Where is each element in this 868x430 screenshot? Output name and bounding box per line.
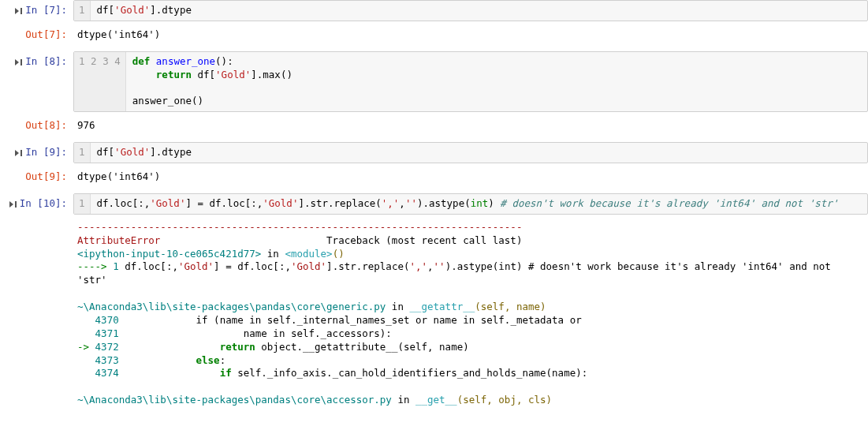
output-text: dtype('int64'): [73, 166, 868, 190]
in-label: In [8]:: [25, 55, 67, 67]
cell-7-input: In [7]: 1 df['Gold'].dtype: [0, 0, 868, 21]
in-label: In [7]:: [25, 4, 67, 16]
output-text: dtype('int64'): [73, 24, 868, 48]
output-text: 976: [73, 115, 868, 139]
code-input-7[interactable]: 1 df['Gold'].dtype: [73, 0, 868, 21]
in-prompt-8: In [8]:: [0, 51, 73, 113]
in-prompt-7: In [7]:: [0, 0, 73, 21]
line-gutter: 1: [74, 143, 91, 163]
in-prompt-10: In [10]:: [0, 193, 73, 215]
run-bar: [20, 150, 22, 156]
cell-8-input: In [8]: 1 2 3 4 def answer_one(): return…: [0, 51, 868, 113]
run-icon[interactable]: [9, 201, 13, 208]
run-bar: [20, 59, 22, 65]
code-body[interactable]: def answer_one(): return df['Gold'].max(…: [126, 52, 299, 112]
out-prompt-8: Out[8]:: [0, 115, 73, 139]
cell-10-traceback: ----------------------------------------…: [0, 218, 868, 410]
cell-10-input: In [10]: 1 df.loc[:,'Gold'] = df.loc[:,'…: [0, 193, 868, 215]
line-gutter: 1: [74, 194, 91, 214]
run-icon[interactable]: [15, 150, 19, 156]
in-label: In [9]:: [25, 146, 67, 158]
run-icon[interactable]: [15, 8, 19, 14]
code-body[interactable]: df['Gold'].dtype: [91, 1, 198, 21]
out-prompt-9: Out[9]:: [0, 166, 73, 190]
cell-9-input: In [9]: 1 df['Gold'].dtype: [0, 142, 868, 163]
run-bar: [15, 201, 17, 208]
code-body[interactable]: df.loc[:,'Gold'] = df.loc[:,'Gold'].str.…: [91, 194, 845, 214]
code-body[interactable]: df['Gold'].dtype: [91, 143, 198, 163]
in-prompt-9: In [9]:: [0, 142, 73, 163]
cell-7-output: Out[7]: dtype('int64'): [0, 24, 868, 48]
out-prompt-7: Out[7]:: [0, 24, 73, 48]
code-input-10[interactable]: 1 df.loc[:,'Gold'] = df.loc[:,'Gold'].st…: [73, 193, 868, 215]
run-bar: [20, 8, 22, 14]
empty-prompt: [0, 218, 73, 410]
run-icon[interactable]: [15, 59, 19, 65]
traceback-output: ----------------------------------------…: [73, 218, 868, 410]
line-gutter: 1: [74, 1, 91, 21]
in-label: In [10]:: [20, 197, 67, 209]
line-gutter: 1 2 3 4: [74, 52, 126, 112]
cell-9-output: Out[9]: dtype('int64'): [0, 166, 868, 190]
cell-8-output: Out[8]: 976: [0, 115, 868, 139]
code-input-9[interactable]: 1 df['Gold'].dtype: [73, 142, 868, 163]
code-input-8[interactable]: 1 2 3 4 def answer_one(): return df['Gol…: [73, 51, 868, 113]
